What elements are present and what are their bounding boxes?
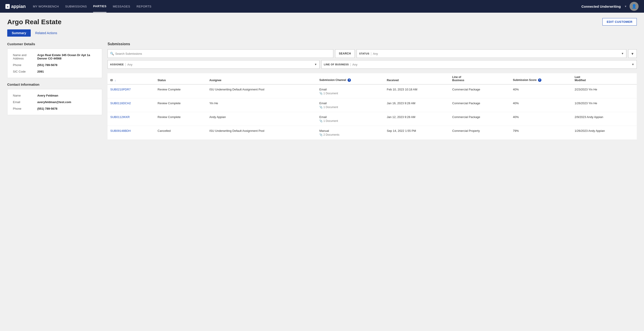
table-row: SUB09148BDH Cancelled ISU Underwriting D…	[108, 126, 637, 140]
doc-note-0: 📎 1 Document	[319, 92, 381, 95]
status-filter[interactable]: STATUS | Any ▼	[356, 49, 626, 58]
cell-assignee-3: ISU Underwriting Default Assignment Pool	[206, 126, 316, 140]
app-name[interactable]: Connected Underwriting	[582, 5, 621, 8]
avatar[interactable]: 👤	[630, 2, 638, 11]
cell-modified-1: 1/26/2023 Yin He	[572, 98, 637, 112]
assignee-dropdown-icon: ▼	[314, 63, 317, 66]
doc-note-2: 📎 1 Document	[319, 119, 381, 123]
submissions-table: ID ↓ Status Assignee Submission Channel …	[108, 73, 637, 140]
sic-value: 2091	[37, 70, 96, 73]
nav-submissions[interactable]: SUBMISSIONS	[65, 1, 87, 12]
cell-modified-0: 2/23/2023 Yin He	[572, 84, 637, 98]
contact-info-card: Name Avery Feldman Email averyfeldman@te…	[7, 89, 102, 115]
lob-filter[interactable]: LINE OF BUSINESS | Any ▼	[321, 60, 637, 69]
cell-received-1: Jan 16, 2023 9:28 AM	[384, 98, 450, 112]
col-status[interactable]: Status	[155, 73, 206, 84]
assignee-filter-label: ASSIGNEE	[110, 63, 124, 66]
contact-name-label: Name	[13, 94, 36, 97]
name-value: Argo Real Estate 345 Ocean Dr Apt 1a Den…	[37, 53, 96, 60]
page-container: Argo Real Estate EDIT CUSTOMER Summary R…	[0, 13, 644, 331]
score-info-icon: ?	[538, 79, 542, 82]
cell-score-1: 40%	[510, 98, 572, 112]
cell-modified-2: 2/9/2023 Andy Appian	[572, 112, 637, 126]
contact-phone-label: Phone	[13, 107, 36, 110]
filter-icon-button[interactable]: ▼	[628, 49, 637, 58]
cell-id-3: SUB09148BDH	[108, 126, 155, 140]
cell-status-0: Review Complete	[155, 84, 206, 98]
second-filter-row: ASSIGNEE | Any ▼ LINE OF BUSINESS | Any …	[108, 60, 637, 69]
contact-name-row: Name Avery Feldman	[13, 94, 96, 97]
submission-link-2[interactable]: SUB0112IKKR	[110, 115, 130, 119]
contact-name-value: Avery Feldman	[37, 94, 96, 97]
col-assignee[interactable]: Assignee	[206, 73, 316, 84]
cell-assignee-0: ISU Underwriting Default Assignment Pool	[206, 84, 316, 98]
cell-modified-3: 1/26/2023 Andy Appian	[572, 126, 637, 140]
navbar: a appian MY WORKBENCH SUBMISSIONS PARTIE…	[0, 0, 644, 13]
sic-row: SIC Code 2091	[13, 70, 96, 73]
search-input[interactable]	[115, 52, 331, 55]
status-filter-value: Any	[373, 52, 620, 55]
col-modified[interactable]: LastModified	[572, 73, 637, 84]
navbar-right: Connected Underwriting ▼ 👤	[582, 2, 638, 11]
nav-reports[interactable]: REPORTS	[136, 1, 152, 12]
contact-info-title: Contact Information	[7, 83, 102, 86]
submission-link-0[interactable]: SUB0210PDR7	[110, 88, 130, 91]
page-header: Argo Real Estate EDIT CUSTOMER	[7, 18, 637, 26]
sic-label: SIC Code	[13, 70, 36, 73]
cell-status-3: Cancelled	[155, 126, 206, 140]
tab-summary[interactable]: Summary	[7, 29, 31, 37]
name-address-row: Name and Address Argo Real Estate 345 Oc…	[13, 53, 96, 60]
paperclip-icon: 📎	[319, 119, 323, 123]
cell-received-3: Sep 14, 2022 1:55 PM	[384, 126, 450, 140]
lob-dropdown-icon: ▼	[632, 63, 634, 66]
cell-channel-1: Email 📎 1 Document	[316, 98, 384, 112]
col-channel[interactable]: Submission Channel ?	[316, 73, 384, 84]
status-dropdown-icon: ▼	[621, 52, 624, 55]
col-id[interactable]: ID ↓	[108, 73, 155, 84]
contact-email-row: Email averyfeldman@test.com	[13, 100, 96, 104]
left-panel: Customer Details Name and Address Argo R…	[7, 42, 102, 140]
cell-lob-3: Commercial Property	[450, 126, 510, 140]
nav-parties[interactable]: PARTIES	[93, 1, 106, 13]
tabs: Summary Related Actions	[7, 29, 637, 37]
col-lob[interactable]: Line ofBusiness	[450, 73, 510, 84]
lob-filter-value: Any	[352, 63, 630, 66]
page-title: Argo Real Estate	[7, 18, 62, 26]
app-dropdown-arrow[interactable]: ▼	[624, 5, 627, 8]
search-button[interactable]: SEARCH	[335, 49, 355, 58]
contact-email-value: averyfeldman@test.com	[37, 100, 96, 104]
tab-related-actions[interactable]: Related Actions	[31, 29, 62, 37]
contact-phone-row: Phone (551) 789-5678	[13, 107, 96, 110]
cell-received-2: Jan 12, 2023 9:28 AM	[384, 112, 450, 126]
search-row: 🔍 SEARCH STATUS | Any ▼ ▼	[108, 49, 637, 58]
appian-icon: a	[6, 4, 10, 9]
phone-label: Phone	[13, 63, 36, 67]
nav-my-workbench[interactable]: MY WORKBENCH	[33, 1, 59, 12]
cell-channel-3: Manual 📎 2 Documents	[316, 126, 384, 140]
cell-score-2: 40%	[510, 112, 572, 126]
content-grid: Customer Details Name and Address Argo R…	[7, 42, 637, 140]
cell-channel-2: Email 📎 1 Document	[316, 112, 384, 126]
sort-icon: ↓	[114, 79, 116, 82]
cell-lob-0: Commercial Package	[450, 84, 510, 98]
edit-customer-button[interactable]: EDIT CUSTOMER	[602, 18, 637, 26]
status-filter-label: STATUS	[359, 52, 369, 55]
cell-lob-2: Commercial Package	[450, 112, 510, 126]
submission-link-3[interactable]: SUB09148BDH	[110, 129, 130, 133]
submission-link-1[interactable]: SUB0116DCH2	[110, 102, 131, 105]
paperclip-icon: 📎	[319, 92, 323, 95]
col-received[interactable]: Received	[384, 73, 450, 84]
search-input-wrap: 🔍	[108, 49, 333, 58]
contact-email-label: Email	[13, 100, 36, 104]
channel-info-icon: ?	[348, 79, 351, 82]
assignee-filter-value: Any	[128, 63, 313, 66]
nav-messages[interactable]: MESSAGES	[113, 1, 130, 12]
customer-details-card: Name and Address Argo Real Estate 345 Oc…	[7, 49, 102, 78]
navbar-links: MY WORKBENCH SUBMISSIONS PARTIES MESSAGE…	[33, 1, 582, 13]
col-score[interactable]: Submission Score ?	[510, 73, 572, 84]
customer-details-title: Customer Details	[7, 42, 102, 46]
paperclip-icon: 📎	[319, 106, 323, 109]
table-row: SUB0210PDR7 Review Complete ISU Underwri…	[108, 84, 637, 98]
app-logo[interactable]: a appian	[6, 4, 26, 9]
assignee-filter[interactable]: ASSIGNEE | Any ▼	[108, 60, 320, 69]
